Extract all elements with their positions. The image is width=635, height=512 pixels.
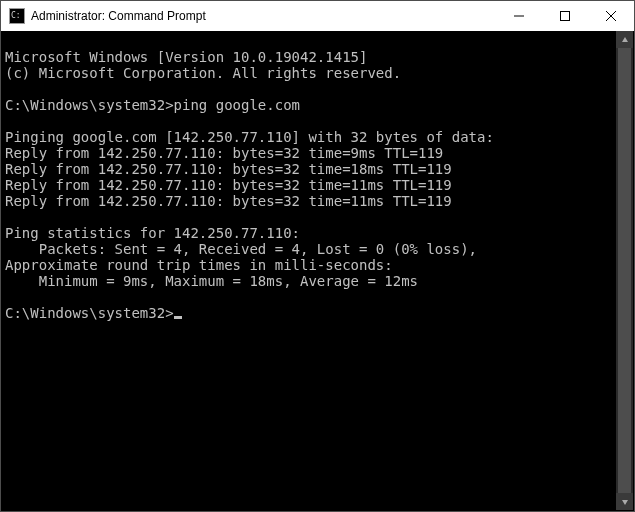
banner-line: (c) Microsoft Corporation. All rights re… (5, 65, 401, 81)
ping-stats: Packets: Sent = 4, Received = 4, Lost = … (5, 241, 477, 257)
ping-reply: Reply from 142.250.77.110: bytes=32 time… (5, 177, 452, 193)
cursor (174, 316, 182, 319)
typed-command: ping google.com (174, 97, 300, 113)
maximize-button[interactable] (542, 1, 588, 31)
prompt-line: C:\Windows\system32>ping google.com (5, 97, 300, 113)
ping-reply: Reply from 142.250.77.110: bytes=32 time… (5, 193, 452, 209)
ping-stats: Ping statistics for 142.250.77.110: (5, 225, 300, 241)
svg-marker-8 (622, 500, 628, 505)
ping-reply: Reply from 142.250.77.110: bytes=32 time… (5, 161, 452, 177)
terminal-output[interactable]: Microsoft Windows [Version 10.0.19042.14… (1, 31, 634, 511)
ping-reply: Reply from 142.250.77.110: bytes=32 time… (5, 145, 443, 161)
prompt: C:\Windows\system32> (5, 97, 174, 113)
vertical-scrollbar[interactable] (616, 31, 633, 510)
ping-stats: Approximate round trip times in milli-se… (5, 257, 393, 273)
scroll-thumb[interactable] (618, 48, 631, 493)
titlebar[interactable]: C: Administrator: Command Prompt (1, 1, 634, 31)
cmd-window: C: Administrator: Command Prompt Microso… (0, 0, 635, 512)
prompt: C:\Windows\system32> (5, 305, 174, 321)
window-title: Administrator: Command Prompt (31, 9, 206, 23)
ping-header: Pinging google.com [142.250.77.110] with… (5, 129, 494, 145)
cmd-icon: C: (9, 8, 25, 24)
banner-line: Microsoft Windows [Version 10.0.19042.14… (5, 49, 367, 65)
svg-text:C:: C: (11, 11, 21, 20)
scroll-up-button[interactable] (616, 31, 633, 48)
close-button[interactable] (588, 1, 634, 31)
svg-rect-4 (561, 12, 570, 21)
scroll-down-button[interactable] (616, 493, 633, 510)
scroll-track[interactable] (616, 48, 633, 493)
minimize-button[interactable] (496, 1, 542, 31)
prompt-line: C:\Windows\system32> (5, 305, 182, 321)
ping-stats: Minimum = 9ms, Maximum = 18ms, Average =… (5, 273, 418, 289)
svg-marker-7 (622, 37, 628, 42)
